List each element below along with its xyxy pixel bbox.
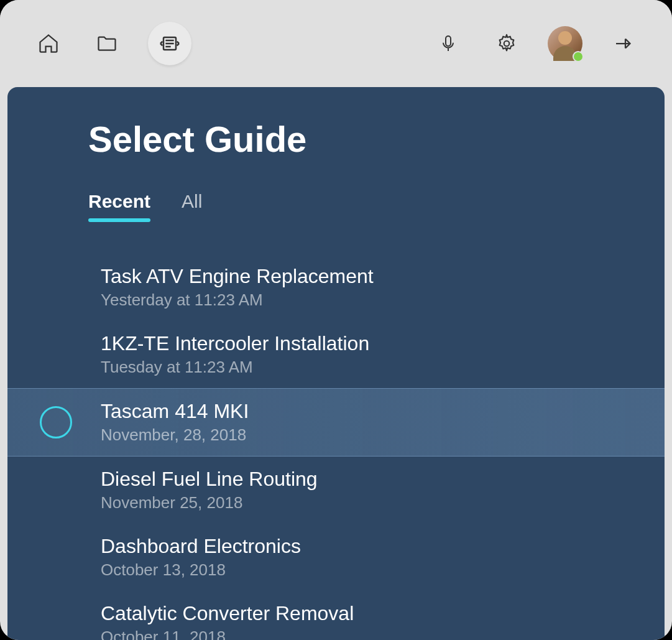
- status-online-dot: [573, 51, 584, 62]
- list-item[interactable]: Task ATV Engine Replacement Yesterday at…: [7, 254, 665, 321]
- tab-recent[interactable]: Recent: [88, 191, 150, 220]
- list-item[interactable]: 1KZ-TE Intercooler Installation Tuesday …: [7, 321, 665, 388]
- list-item[interactable]: Catalytic Converter Removal October 11, …: [7, 591, 665, 640]
- radio-indicator: [40, 406, 72, 438]
- guide-date: November 25, 2018: [101, 493, 584, 512]
- tab-all[interactable]: All: [182, 191, 202, 220]
- guide-date: October 13, 2018: [101, 560, 584, 580]
- toolbar: [0, 0, 672, 87]
- settings-button[interactable]: [489, 26, 524, 61]
- tab-bar: Recent All: [88, 191, 584, 220]
- home-icon: [37, 32, 60, 55]
- guide-date: Tuesday at 11:23 AM: [101, 358, 584, 377]
- mic-button[interactable]: [431, 26, 466, 61]
- guide-title: Task ATV Engine Replacement: [101, 265, 584, 288]
- list-item[interactable]: Diesel Fuel Line Routing November 25, 20…: [7, 457, 665, 524]
- list-item[interactable]: Tascam 414 MKI November, 28, 2018: [7, 388, 665, 457]
- guide-icon: [157, 31, 182, 56]
- toolbar-left: [31, 22, 191, 65]
- user-avatar[interactable]: [548, 26, 582, 61]
- list-item[interactable]: Dashboard Electronics October 13, 2018: [7, 524, 665, 591]
- pin-button[interactable]: [606, 26, 641, 61]
- svg-point-5: [504, 41, 510, 47]
- svg-rect-4: [446, 36, 451, 46]
- guide-title: Dashboard Electronics: [101, 535, 584, 558]
- microphone-icon: [438, 34, 458, 53]
- guide-list: Task ATV Engine Replacement Yesterday at…: [7, 254, 665, 640]
- guide-button[interactable]: [148, 22, 191, 65]
- folder-button[interactable]: [90, 26, 124, 61]
- guide-date: Yesterday at 11:23 AM: [101, 290, 584, 310]
- page-title: Select Guide: [88, 118, 584, 160]
- guide-title: Catalytic Converter Removal: [101, 602, 584, 625]
- pin-icon: [612, 32, 635, 55]
- home-button[interactable]: [31, 26, 66, 61]
- gear-icon: [496, 33, 517, 54]
- guide-title: 1KZ-TE Intercooler Installation: [101, 332, 584, 355]
- guide-title: Diesel Fuel Line Routing: [101, 468, 584, 491]
- guide-title: Tascam 414 MKI: [101, 400, 584, 423]
- select-guide-panel: Select Guide Recent All Task ATV Engine …: [7, 87, 665, 640]
- panel-header: Select Guide Recent All: [7, 118, 665, 220]
- app-window: Select Guide Recent All Task ATV Engine …: [0, 0, 672, 640]
- folder-icon: [96, 32, 118, 55]
- guide-date: October 11, 2018: [101, 628, 584, 640]
- guide-date: November, 28, 2018: [101, 425, 584, 445]
- toolbar-right: [431, 26, 641, 61]
